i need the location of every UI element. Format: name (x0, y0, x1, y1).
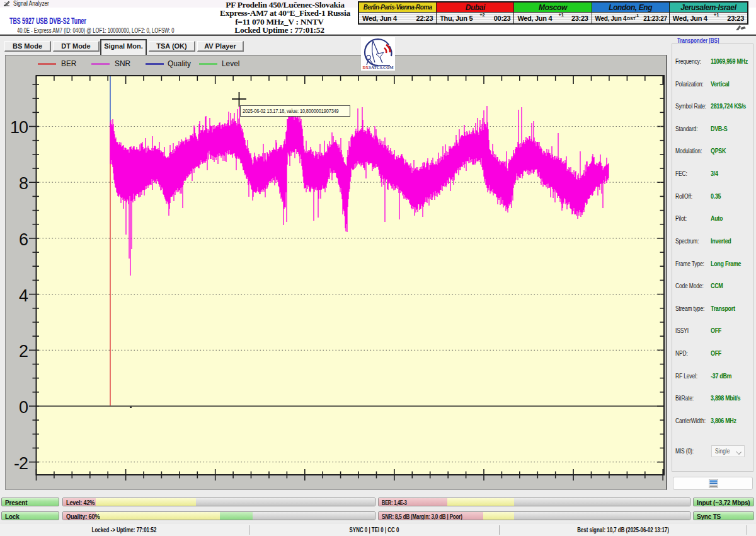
svg-text:DXSATCS.COM: DXSATCS.COM (363, 65, 394, 70)
